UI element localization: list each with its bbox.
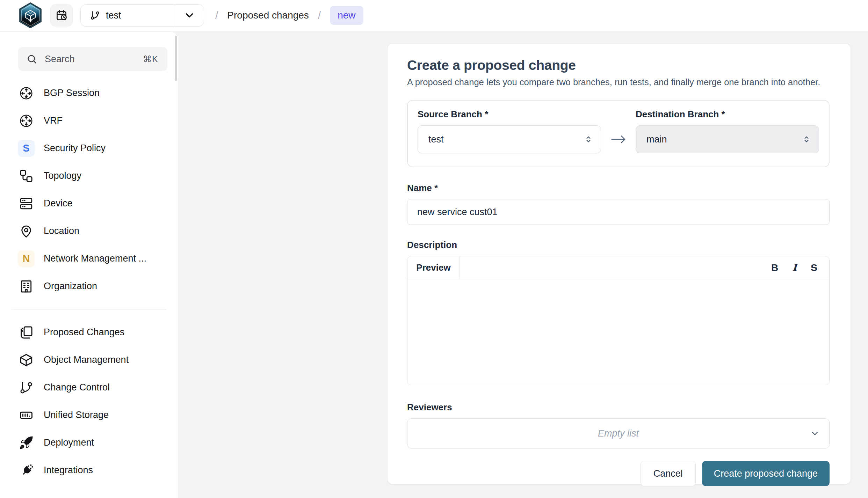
sidebar-item-network-management[interactable]: N Network Management ... [0,245,178,272]
select-stepper-icon [583,134,594,145]
sidebar-item-security-policy[interactable]: S Security Policy [0,134,178,162]
reviewers-label: Reviewers [407,402,830,413]
destination-branch-value: main [646,134,667,145]
sidebar-item-vrf[interactable]: VRF [0,107,178,134]
breadcrumb-separator: / [215,9,218,21]
chevron-down-icon [810,428,820,439]
branch-selection-panel: Source Branch * test [407,100,830,167]
sidebar-item-label: Topology [44,170,81,181]
sidebar-item-deployment[interactable]: Deployment [0,429,178,456]
sidebar-item-label: Deployment [44,437,94,448]
search-placeholder: Search [45,54,135,65]
destination-branch-field: Destination Branch * main [636,109,819,153]
search-input[interactable]: Search ⌘K [18,47,167,71]
source-branch-field: Source Branch * test [418,109,601,153]
sidebar-item-topology[interactable]: Topology [0,162,178,190]
search-shortcut: ⌘K [143,54,158,64]
create-proposed-change-card: Create a proposed change A proposed chan… [387,43,851,484]
italic-button[interactable]: I [792,263,797,273]
sidebar-item-label: BGP Session [44,88,100,98]
chevron-down-icon [184,10,195,21]
sidebar-item-organization[interactable]: Organization [0,272,178,300]
description-editor-toolbar: Preview B I S [407,256,829,279]
destination-branch-label: Destination Branch * [636,109,819,120]
map-pin-icon [18,223,35,240]
git-branch-icon [90,10,100,21]
sidebar-item-bgp-session[interactable]: BGP Session [0,79,178,107]
branch-name: test [106,10,121,21]
sidebar-item-label: Integrations [44,465,93,476]
breadcrumb-current-badge: new [330,6,363,25]
source-branch-label: Source Branch * [418,109,601,120]
sidebar: Search ⌘K BGP Session [0,32,178,498]
breadcrumb: / Proposed changes / new [215,6,363,25]
branch-selector-dropdown[interactable] [175,5,204,26]
plug-icon [18,462,35,479]
sidebar-item-label: Unified Storage [44,410,109,420]
sidebar-item-integrations[interactable]: Integrations [0,456,178,484]
cancel-button[interactable]: Cancel [641,461,696,486]
sidebar-item-device[interactable]: Device [0,190,178,217]
sidebar-item-label: Network Management ... [44,253,146,264]
destination-branch-select[interactable]: main [636,125,819,153]
description-preview-area [407,279,829,385]
form-actions: Cancel Create proposed change [407,461,830,486]
arrow-right-icon [601,125,636,153]
branch-selector[interactable]: test [80,4,204,27]
topbar: test / Proposed changes / new [0,0,868,31]
sidebar-item-label: Object Management [44,354,129,365]
page-subtitle: A proposed change lets you compare two b… [407,77,830,87]
letter-n-badge-icon: N [18,250,35,267]
sidebar-divider [12,309,166,309]
sidebar-item-object-management[interactable]: Object Management [0,346,178,374]
router-icon [18,85,35,102]
sidebar-item-proposed-changes[interactable]: Proposed Changes [0,318,178,346]
sidebar-item-label: Change Control [44,382,110,393]
bold-button[interactable]: B [771,263,778,273]
rocket-icon [18,434,35,451]
file-diff-icon [18,324,35,341]
create-proposed-change-button[interactable]: Create proposed change [702,461,830,486]
server-icon [18,195,35,212]
name-field-block: Name * [407,183,830,225]
sidebar-item-change-control[interactable]: Change Control [0,374,178,401]
logo-hexagon-icon [19,2,42,28]
sidebar-nav: BGP Session VRF S Security Policy [0,79,178,484]
sidebar-item-label: Device [44,198,73,209]
sidebar-item-label: Location [44,226,79,236]
select-stepper-icon [801,134,812,145]
name-label: Name * [407,183,830,193]
sidebar-item-location[interactable]: Location [0,217,178,245]
breadcrumb-proposed-changes[interactable]: Proposed changes [227,10,309,21]
time-travel-button[interactable] [50,4,73,27]
cube-icon [18,352,35,368]
strikethrough-button[interactable]: S [811,263,817,273]
app-root: test / Proposed changes / new [0,0,868,498]
description-label: Description [407,240,830,250]
breadcrumb-separator: / [318,9,321,21]
sidebar-item-label: VRF [44,115,63,126]
formatting-tools: B I S [759,256,829,279]
page-title: Create a proposed change [407,58,830,73]
sidebar-item-label: Organization [44,281,97,292]
letter-s-badge-icon: S [18,140,35,157]
reviewers-select[interactable]: Empty list [407,418,830,448]
router-icon [18,112,35,129]
git-branch-icon [18,379,35,396]
workflow-icon [18,168,35,184]
name-input[interactable] [407,199,830,225]
source-branch-select[interactable]: test [418,125,601,153]
reviewers-field-block: Reviewers Empty list [407,402,830,448]
tab-preview[interactable]: Preview [407,256,460,279]
sidebar-scrollbar-thumb[interactable] [175,36,177,81]
calendar-clock-icon [55,9,68,22]
storage-icon [18,407,35,424]
search-icon [27,54,37,64]
building-icon [18,278,35,295]
sidebar-item-unified-storage[interactable]: Unified Storage [0,401,178,429]
source-branch-value: test [428,134,444,145]
infrahub-logo[interactable] [19,2,42,28]
sidebar-item-label: Proposed Changes [44,327,124,338]
description-field-block: Description Preview B I S [407,240,830,385]
branch-selector-value: test [81,5,175,26]
